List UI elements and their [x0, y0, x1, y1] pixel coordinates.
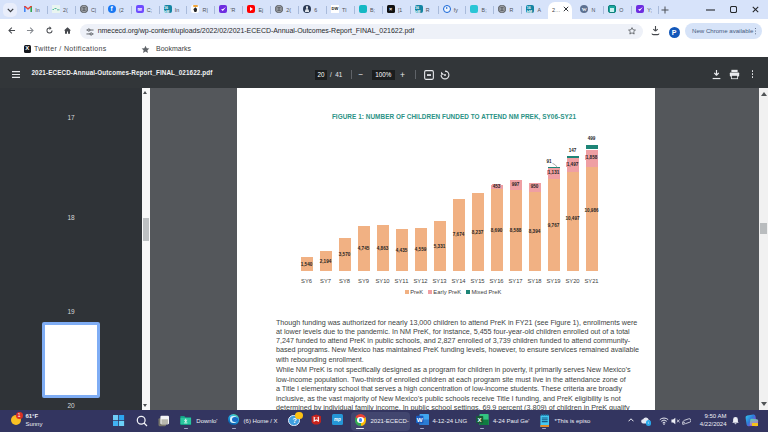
- svg-text:X: X: [478, 417, 482, 423]
- svg-text:W: W: [416, 416, 422, 423]
